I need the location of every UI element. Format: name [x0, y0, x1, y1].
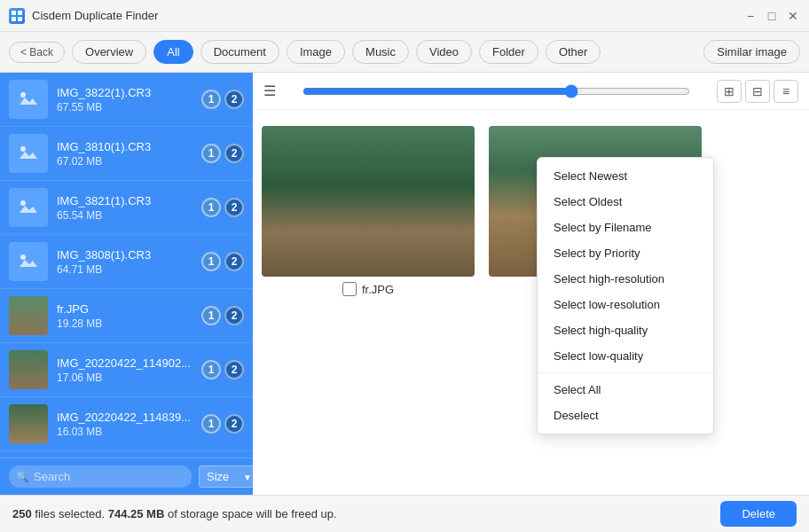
- file-thumbnail: [9, 134, 48, 173]
- menu-item-select-low-resolution[interactable]: Select low-resolution: [538, 292, 713, 317]
- menu-icon[interactable]: ☰: [263, 82, 276, 99]
- file-thumbnail: [9, 404, 48, 443]
- menu-item-select-high-resolution[interactable]: Select high-resolution: [538, 266, 713, 292]
- tab-image[interactable]: Image: [287, 40, 345, 64]
- tab-all[interactable]: All: [153, 40, 192, 64]
- badge-2: 2: [224, 144, 244, 163]
- svg-point-9: [20, 200, 26, 206]
- slider-wrapper: [285, 84, 708, 98]
- list-item[interactable]: IMG_20220422_114839... 16.03 MB 1 2: [0, 397, 253, 451]
- file-badges: 1 2: [201, 90, 244, 109]
- badge-1: 1: [201, 198, 221, 217]
- tab-overview[interactable]: Overview: [72, 40, 146, 64]
- menu-item-select-by-filename[interactable]: Select by Filename: [538, 215, 713, 240]
- file-name: IMG_3822(1).CR3: [57, 86, 201, 99]
- badge-1: 1: [201, 252, 221, 271]
- file-list: IMG_3822(1).CR3 67.55 MB 1 2: [0, 73, 253, 458]
- size-dropdown[interactable]: Size Name Date: [199, 466, 253, 488]
- file-thumbnail: [9, 296, 48, 335]
- menu-item-select-high-quality[interactable]: Select high-quality: [538, 317, 713, 343]
- svg-rect-1: [18, 11, 22, 15]
- menu-item-select-low-quality[interactable]: Select low-quality: [538, 343, 713, 369]
- image-label-row: fr.JPG: [342, 282, 394, 296]
- list-view-button[interactable]: ≡: [774, 80, 798, 103]
- svg-rect-3: [18, 17, 22, 21]
- list-item[interactable]: IMG_3808(1).CR3 64.71 MB 1 2: [0, 235, 253, 289]
- badge-1: 1: [201, 360, 221, 379]
- file-badges: 1 2: [201, 360, 244, 379]
- list-item[interactable]: IMG_3821(1).CR3 65.54 MB 1 2: [0, 181, 253, 235]
- tab-other[interactable]: Other: [546, 40, 601, 64]
- file-badges: 1 2: [201, 414, 244, 434]
- file-info: IMG_20220422_114902... 17.06 MB: [57, 356, 201, 384]
- svg-rect-10: [16, 249, 41, 274]
- file-badges: 1 2: [201, 306, 244, 325]
- file-size: 65.54 MB: [57, 209, 201, 222]
- size-wrapper: Size Name Date ▼: [199, 466, 253, 488]
- sidebar-bottom: 🔍 Size Name Date ▼: [0, 458, 253, 495]
- toolbar: ☰ ⊞ ⊟ ≡: [253, 73, 809, 110]
- image-filename-fr: fr.JPG: [362, 283, 394, 296]
- svg-rect-2: [12, 17, 16, 21]
- bottom-bar: 250 files selected. 744.25 MB of storage…: [0, 495, 809, 532]
- search-wrapper: 🔍: [9, 466, 192, 488]
- search-input[interactable]: [9, 466, 192, 488]
- badge-2: 2: [224, 306, 244, 325]
- file-info: IMG_3821(1).CR3 65.54 MB: [57, 194, 201, 222]
- badge-2: 2: [224, 90, 244, 109]
- badge-1: 1: [201, 414, 221, 434]
- svg-rect-4: [16, 87, 41, 112]
- title-bar: Cisdem Duplicate Finder − □ ✕: [0, 0, 809, 32]
- svg-point-11: [20, 254, 26, 260]
- file-size: 64.71 MB: [57, 263, 201, 276]
- file-info: IMG_3810(1).CR3 67.02 MB: [57, 140, 201, 168]
- file-size: 19.28 MB: [57, 317, 201, 330]
- delete-button[interactable]: Delete: [720, 501, 797, 527]
- file-size: 67.02 MB: [57, 155, 201, 168]
- sidebar: IMG_3822(1).CR3 67.55 MB 1 2: [0, 73, 253, 495]
- list-item[interactable]: IMG_20220422_114902... 17.06 MB 1 2: [0, 343, 253, 397]
- list-item[interactable]: IMG_3822(1).CR3 67.55 MB 1 2: [0, 73, 253, 127]
- menu-item-select-newest[interactable]: Select Newest: [538, 163, 713, 189]
- tab-music[interactable]: Music: [352, 40, 409, 64]
- back-button[interactable]: < Back: [9, 42, 65, 63]
- image-preview-fr: [262, 126, 475, 277]
- zoom-slider[interactable]: [302, 84, 690, 98]
- tab-folder[interactable]: Folder: [479, 40, 538, 64]
- app-icon: [9, 8, 25, 24]
- image-row: fr.JPG DSC_2603.JPG: [262, 119, 800, 303]
- minimize-button[interactable]: −: [743, 9, 758, 23]
- file-badges: 1 2: [201, 252, 244, 271]
- file-name: IMG_20220422_114902...: [57, 356, 201, 370]
- file-name: IMG_20220422_114839...: [57, 411, 201, 424]
- status-text: 250 files selected. 744.25 MB of storage…: [12, 507, 720, 520]
- image-grid: fr.JPG DSC_2603.JPG: [253, 110, 809, 495]
- badge-2: 2: [224, 360, 244, 379]
- file-size: 17.06 MB: [57, 372, 201, 384]
- column-view-button[interactable]: ⊟: [745, 80, 770, 103]
- menu-item-deselect[interactable]: Deselect: [538, 403, 713, 428]
- close-button[interactable]: ✕: [786, 9, 800, 23]
- list-item[interactable]: IMG_3810(1).CR3 67.02 MB 1 2: [0, 127, 253, 181]
- app-title: Cisdem Duplicate Finder: [32, 9, 158, 22]
- menu-item-select-oldest[interactable]: Select Oldest: [538, 189, 713, 215]
- svg-point-5: [20, 92, 26, 98]
- tab-document[interactable]: Document: [200, 40, 279, 64]
- badge-2: 2: [224, 198, 244, 217]
- list-item[interactable]: fr.JPG 19.28 MB 1 2: [0, 289, 253, 343]
- menu-item-select-all[interactable]: Select All: [538, 377, 713, 403]
- maximize-button[interactable]: □: [765, 9, 779, 23]
- dropdown-menu: Select Newest Select Oldest Select by Fi…: [537, 157, 714, 434]
- forest-image: [262, 126, 475, 277]
- nav-bar: < Back Overview All Document Image Music…: [0, 32, 809, 73]
- title-controls: − □ ✕: [743, 9, 800, 23]
- file-badges: 1 2: [201, 198, 244, 217]
- image-cell: fr.JPG: [262, 126, 475, 296]
- tab-similar-image[interactable]: Similar image: [703, 40, 800, 64]
- tab-video[interactable]: Video: [416, 40, 472, 64]
- grid-view-button[interactable]: ⊞: [717, 80, 742, 103]
- file-thumbnail: [9, 80, 48, 119]
- image-checkbox-fr[interactable]: [342, 282, 357, 296]
- svg-point-7: [20, 146, 26, 152]
- menu-item-select-by-priority[interactable]: Select by Priority: [538, 240, 713, 266]
